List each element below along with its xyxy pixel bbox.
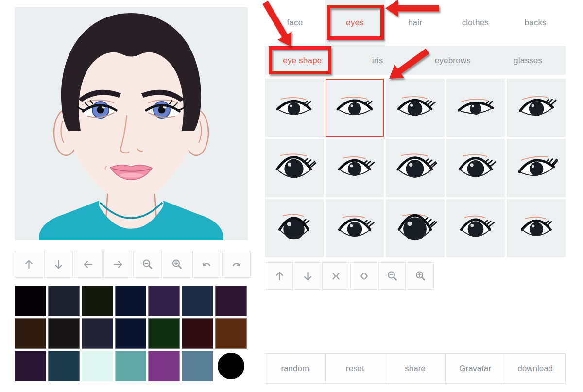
- preview-zoom-in-button[interactable]: [163, 251, 191, 278]
- eye-shape-option[interactable]: [386, 139, 445, 197]
- action-button-label: random: [281, 364, 309, 374]
- action-button-label: share: [405, 364, 426, 374]
- color-swatch[interactable]: [115, 351, 147, 381]
- eye-shape-thumbnail-icon: [453, 153, 498, 183]
- eye-shape-thumbnail-icon: [272, 214, 316, 243]
- color-palette: [15, 286, 247, 381]
- eye-shape-thumbnail-icon: [512, 150, 561, 186]
- preview-redo-button[interactable]: [222, 251, 251, 278]
- current-color-cell: [215, 351, 247, 381]
- color-swatch[interactable]: [148, 286, 180, 316]
- arrow-up-icon: [273, 270, 286, 283]
- eye-shape-option[interactable]: [507, 139, 566, 197]
- color-swatch[interactable]: [182, 286, 213, 316]
- color-swatch[interactable]: [48, 318, 80, 349]
- eye-shape-option[interactable]: [326, 139, 384, 197]
- color-swatch[interactable]: [115, 318, 147, 349]
- color-swatch[interactable]: [148, 351, 180, 381]
- eye-shape-thumbnail-icon: [332, 214, 377, 243]
- color-swatch[interactable]: [215, 318, 247, 349]
- reset-button[interactable]: reset: [325, 353, 386, 384]
- eye-shape-thumbnail-icon: [272, 93, 316, 123]
- preview-arrow-right-button[interactable]: [103, 251, 132, 278]
- eye-shape-option[interactable]: [265, 79, 324, 137]
- eye-shape-thumbnail-icon: [332, 93, 377, 123]
- eye-shape-option[interactable]: [507, 199, 566, 257]
- subtab-eyebrows[interactable]: eyebrows: [415, 46, 491, 75]
- color-swatch[interactable]: [182, 318, 213, 349]
- color-swatch[interactable]: [82, 286, 113, 316]
- subtab-iris[interactable]: iris: [340, 46, 415, 75]
- preview-zoom-out-button[interactable]: [133, 251, 162, 278]
- color-swatch[interactable]: [182, 351, 213, 381]
- arrow-left-icon: [82, 258, 95, 271]
- color-swatch[interactable]: [15, 351, 46, 381]
- color-swatch[interactable]: [82, 351, 113, 381]
- preview-arrow-down-button[interactable]: [44, 251, 73, 278]
- random-button[interactable]: random: [265, 353, 326, 384]
- zoom-out-icon: [141, 258, 154, 271]
- tab-eyes[interactable]: eyes: [325, 0, 385, 46]
- eye-shape-thumbnail-icon: [393, 214, 437, 243]
- arrow-down-icon: [301, 270, 314, 283]
- eye-shape-option[interactable]: [446, 199, 505, 257]
- tab-backs[interactable]: backs: [505, 0, 566, 46]
- zoom-in-icon: [414, 270, 427, 283]
- tab-label: hair: [408, 18, 422, 28]
- eye-shape-option[interactable]: [265, 139, 324, 197]
- widen-icon: [358, 270, 371, 283]
- color-swatch[interactable]: [15, 318, 46, 349]
- subtab-glasses[interactable]: glasses: [490, 46, 566, 75]
- tab-label: clothes: [462, 18, 489, 28]
- eye-shape-option[interactable]: [326, 199, 384, 257]
- color-swatch[interactable]: [215, 286, 247, 316]
- eye-shape-option-selected[interactable]: [326, 79, 384, 137]
- action-button-label: reset: [346, 364, 364, 374]
- eye-shape-option[interactable]: [507, 79, 566, 137]
- adjust-widen-button[interactable]: [350, 262, 377, 290]
- tab-label: eyes: [346, 18, 364, 28]
- arrow-up-icon: [22, 258, 35, 271]
- color-swatch[interactable]: [15, 286, 46, 316]
- preview-arrow-up-button[interactable]: [15, 251, 43, 278]
- subtab-eye-shape[interactable]: eye shape: [265, 46, 340, 75]
- zoom-out-icon: [386, 270, 399, 283]
- subtab-label: iris: [372, 56, 383, 66]
- color-swatch[interactable]: [48, 286, 80, 316]
- adjust-arrow-down-button[interactable]: [294, 262, 321, 290]
- arrow-right-icon: [111, 258, 124, 271]
- eye-shape-option[interactable]: [265, 199, 324, 257]
- tab-hair[interactable]: hair: [385, 0, 446, 46]
- share-button[interactable]: share: [385, 353, 446, 384]
- current-color-indicator: [218, 353, 244, 379]
- eye-shape-thumbnail-icon: [514, 214, 559, 243]
- tab-face[interactable]: face: [265, 0, 325, 46]
- download-button[interactable]: download: [505, 353, 566, 384]
- preview-arrow-left-button[interactable]: [74, 251, 103, 278]
- eye-shape-option[interactable]: [446, 139, 505, 197]
- action-button-label: download: [517, 364, 553, 374]
- adjust-narrow-button[interactable]: [322, 262, 349, 290]
- eye-shape-option[interactable]: [446, 79, 505, 137]
- adjust-arrow-up-button[interactable]: [266, 262, 293, 290]
- eye-shape-thumbnail-icon: [393, 93, 437, 123]
- color-swatch[interactable]: [148, 318, 180, 349]
- eye-adjust-toolbar: [266, 262, 434, 290]
- color-swatch[interactable]: [82, 318, 113, 349]
- preview-toolbar: [15, 251, 251, 278]
- tab-clothes[interactable]: clothes: [445, 0, 505, 46]
- adjust-zoom-in-button[interactable]: [407, 262, 434, 290]
- eye-shape-thumbnail-icon: [513, 91, 560, 125]
- preview-undo-button[interactable]: [192, 251, 221, 278]
- gravatar-button[interactable]: Gravatar: [445, 353, 506, 384]
- adjust-zoom-out-button[interactable]: [378, 262, 406, 290]
- action-button-label: Gravatar: [459, 364, 491, 374]
- redo-icon: [230, 258, 243, 271]
- undo-icon: [200, 258, 213, 271]
- color-swatch[interactable]: [115, 286, 147, 316]
- color-swatch[interactable]: [48, 351, 80, 381]
- eye-shape-option[interactable]: [386, 79, 445, 137]
- subtab-label: eyebrows: [435, 56, 471, 66]
- eye-shape-option[interactable]: [386, 199, 445, 257]
- avatar-illustration: [15, 7, 248, 240]
